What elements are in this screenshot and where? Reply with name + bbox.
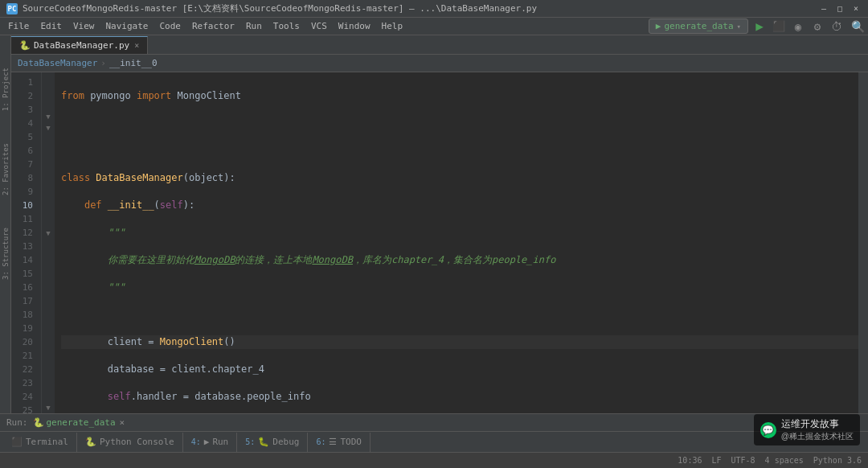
fold-4[interactable]: ▼ (42, 110, 55, 121)
breadcrumb-separator: › (100, 58, 106, 68)
fold-14[interactable]: ▼ (42, 227, 55, 238)
run-config-selector[interactable]: ▶ generate_data ▾ (649, 18, 748, 34)
tab-bar: 🐍 DataBaseManager.py × (11, 35, 868, 55)
fold-17 (42, 262, 55, 273)
window-controls[interactable]: — □ × (818, 3, 862, 14)
run-tab-label: Run (212, 437, 228, 447)
sidebar-label-project[interactable]: 1: Project (2, 68, 10, 111)
line-23: 23 (11, 376, 38, 390)
line-11: 11 (11, 212, 38, 226)
close-button[interactable]: × (850, 3, 862, 14)
line-20: 20 (11, 335, 38, 349)
search-icon[interactable]: 🔍 (851, 20, 865, 33)
debug-tab-icon: 🐛 (258, 437, 269, 447)
tab-database-manager[interactable]: 🐍 DataBaseManager.py × (11, 36, 148, 54)
line-12: 12 (11, 226, 38, 240)
code-editor[interactable]: 1 2 3 4 5 6 7 8 9 10 11 12 13 14 15 16 1… (11, 72, 868, 413)
fold-18 (42, 273, 55, 285)
fold-20 (42, 297, 55, 308)
bottom-tab-terminal[interactable]: ⬛ Terminal (3, 433, 77, 452)
maximize-button[interactable]: □ (834, 3, 845, 14)
menu-vcs[interactable]: VCS (306, 19, 332, 33)
fold-9 (42, 169, 55, 180)
watermark-subtitle: @稀土掘金技术社区 (781, 431, 854, 442)
menu-tools[interactable]: Tools (268, 19, 305, 33)
menu-view[interactable]: View (68, 19, 100, 33)
bottom-tabs: ⬛ Terminal 🐍 Python Console 4: ▶ Run 5: … (0, 431, 868, 452)
app-icon: PC (6, 3, 18, 14)
menu-window[interactable]: Window (334, 19, 375, 33)
breadcrumb-class[interactable]: DataBaseManager (18, 58, 97, 68)
bottom-tab-todo[interactable]: 6: ☰ TODO (308, 433, 371, 452)
coverage-button[interactable]: ◉ (790, 18, 806, 35)
line-6: 6 (11, 144, 38, 158)
sidebar-label-structure[interactable]: 3: Structure (2, 228, 10, 280)
terminal-label: Terminal (26, 437, 68, 447)
breadcrumb-method[interactable]: __init__0 (109, 58, 158, 68)
menu-file[interactable]: File (3, 19, 35, 33)
line-22: 22 (11, 363, 38, 376)
code-line-11: database = client.chapter_4 (61, 363, 858, 376)
fold-19 (42, 285, 55, 297)
tab-close-icon[interactable]: × (134, 41, 139, 50)
watermark-icon: 💬 (760, 422, 776, 438)
fold-5[interactable]: ▼ (42, 122, 55, 133)
bottom-tab-run[interactable]: 4: ▶ Run (183, 433, 238, 452)
run-close-icon[interactable]: × (120, 417, 125, 428)
status-bar: 10:36 LF UTF-8 4 spaces Python 3.6 (0, 452, 868, 468)
line-4: 4 (11, 117, 38, 130)
bottom-tab-debug[interactable]: 5: 🐛 Debug (237, 433, 308, 452)
profile-button[interactable]: ⚙ (809, 18, 825, 35)
fold-7 (42, 146, 55, 157)
fold-16 (42, 250, 55, 261)
fold-6 (42, 133, 55, 145)
debug-tab-label: Debug (272, 437, 299, 447)
concurrency-button[interactable]: ⏱ (829, 18, 845, 35)
fold-28 (42, 390, 55, 401)
fold-column: ▼ ▼ ▼ (42, 72, 55, 413)
line-21: 21 (11, 349, 38, 363)
fold-29[interactable]: ▼ (42, 402, 55, 413)
code-text-area[interactable]: from pymongo import MongoClient class Da… (55, 72, 858, 413)
run-active-config: 🐍 generate_data × (33, 417, 125, 428)
code-line-10: client = MongoClient() (61, 335, 858, 349)
run-bar: Run: 🐍 generate_data × (0, 413, 868, 431)
sidebar-label-favorites[interactable]: 2: Favorites (2, 143, 10, 195)
debug-button[interactable]: ⬛ (771, 18, 787, 35)
status-bar-area: Run: 🐍 generate_data × ⬛ Terminal 🐍 Pyth… (0, 413, 868, 468)
line-2: 2 (11, 89, 38, 103)
fold-22 (42, 320, 55, 331)
menu-edit[interactable]: Edit (36, 19, 68, 33)
menu-code[interactable]: Code (154, 19, 186, 33)
menu-refactor[interactable]: Refactor (187, 19, 240, 33)
fold-8 (42, 157, 55, 168)
python-console-icon: 🐍 (85, 437, 96, 447)
status-charset: UTF-8 (731, 456, 755, 465)
fold-21 (42, 309, 55, 320)
run-label: Run: (6, 417, 28, 428)
run-config-arrow: ▾ (737, 23, 741, 31)
line-9: 9 (11, 185, 38, 199)
menu-help[interactable]: Help (377, 19, 408, 33)
status-right: 10:36 LF UTF-8 4 spaces Python 3.6 (678, 456, 862, 465)
menu-navigate[interactable]: Navigate (101, 19, 154, 33)
terminal-icon: ⬛ (11, 437, 23, 447)
line-15: 15 (11, 267, 38, 281)
run-button[interactable]: ▶ (751, 18, 768, 35)
line-18: 18 (11, 308, 38, 322)
line-8: 8 (11, 171, 38, 185)
line-16: 16 (11, 281, 38, 294)
fold-27 (42, 379, 55, 390)
menu-run[interactable]: Run (241, 19, 267, 33)
line-24: 24 (11, 390, 38, 404)
fold-1 (42, 76, 55, 87)
menu-bar: File Edit View Navigate Code Refactor Ru… (0, 18, 868, 35)
scroll-markers (858, 72, 868, 413)
fold-12 (42, 203, 55, 215)
editor-column: 🐍 DataBaseManager.py × DataBaseManager ›… (11, 35, 868, 413)
python-console-label: Python Console (100, 437, 174, 447)
run-config-label: generate_data (664, 21, 733, 31)
bottom-tab-python-console[interactable]: 🐍 Python Console (77, 433, 183, 452)
side-panel-labels: 1: Project 2: Favorites 3: Structure (0, 35, 11, 413)
minimize-button[interactable]: — (818, 3, 829, 14)
